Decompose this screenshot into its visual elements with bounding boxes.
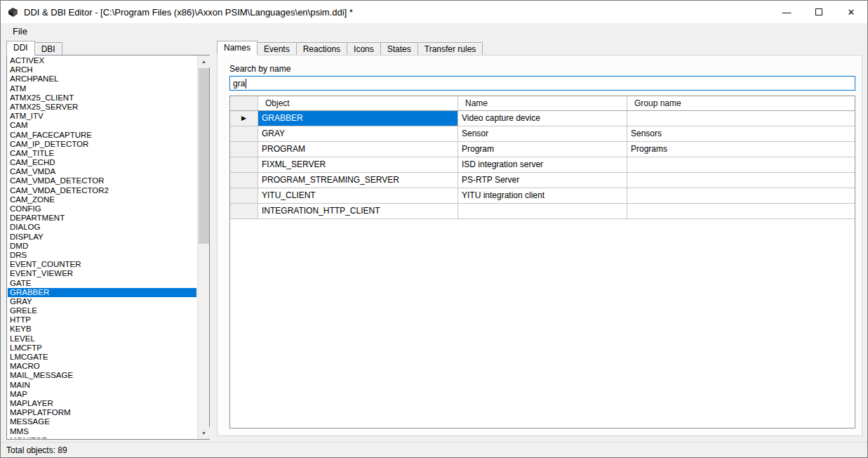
object-list-item[interactable]: CAM_IP_DETECTOR <box>8 140 196 149</box>
left-tabstrip: DDI DBI <box>6 41 62 55</box>
grid-cell-object[interactable]: FIXML_SERVER <box>258 157 458 173</box>
minimize-button[interactable]: — <box>770 1 803 23</box>
grid-cell-object[interactable]: PROGRAM <box>258 142 458 157</box>
scroll-down-button[interactable]: ▼ <box>198 427 210 439</box>
tab-events[interactable]: Events <box>257 42 297 55</box>
object-list-item[interactable]: GATE <box>8 279 196 288</box>
object-list-item[interactable]: ACTIVEX <box>8 56 196 65</box>
grid-header-group-name[interactable]: Group name <box>627 96 855 110</box>
object-list-item[interactable]: EVENT_COUNTER <box>8 260 196 269</box>
object-list-item[interactable]: DEPARTMENT <box>8 214 196 223</box>
grid-cell-name[interactable]: Program <box>458 142 627 157</box>
object-list-item[interactable]: EVENT_VIEWER <box>8 269 196 278</box>
grid-row: ▶GRABBERVideo capture device <box>230 111 855 126</box>
object-list-item[interactable]: MESSAGE <box>8 417 196 426</box>
object-list-item[interactable]: CAM <box>8 121 196 130</box>
tab-states[interactable]: States <box>380 42 418 55</box>
close-button[interactable]: ✕ <box>835 1 867 23</box>
object-list-item[interactable]: MAIL_MESSAGE <box>8 371 196 380</box>
object-list-item[interactable]: ATMX25_CLIENT <box>8 93 196 103</box>
tab-ddi[interactable]: DDI <box>6 41 35 55</box>
scroll-up-button[interactable]: ▲ <box>198 55 210 67</box>
row-selector-cell[interactable] <box>230 142 258 157</box>
grid-cell-group-name[interactable] <box>627 204 855 219</box>
object-list-item[interactable]: CAM_FACECAPTURE <box>8 131 196 140</box>
menu-file[interactable]: File <box>6 25 34 38</box>
main-area: DDI DBI ACTIVEXARCHARCHPANELATMATMX25_CL… <box>1 39 867 442</box>
object-list-item[interactable]: LMCFTP <box>8 344 196 353</box>
object-list-item[interactable]: MMS <box>8 427 196 436</box>
object-list-item[interactable]: DIALOG <box>8 223 196 232</box>
grid-cell-object[interactable]: GRAY <box>258 126 458 142</box>
object-list-item[interactable]: MAIN <box>8 381 196 390</box>
grid-cell-group-name[interactable] <box>627 111 855 126</box>
object-list-item[interactable]: CAM_TITLE <box>8 149 196 158</box>
object-list-item[interactable]: CAM_VMDA <box>8 167 196 176</box>
grid-cell-name[interactable]: Video capture device <box>458 111 627 126</box>
grid-cell-name[interactable]: PS-RTP Server <box>458 173 627 188</box>
grid-cell-object[interactable]: GRABBER <box>258 111 458 126</box>
grid-cell-name[interactable]: ISD integration server <box>458 157 627 173</box>
grid-cell-object[interactable]: PROGRAM_STREAMING_SERVER <box>258 173 458 188</box>
object-listbox: ACTIVEXARCHARCHPANELATMATMX25_CLIENTATMX… <box>6 55 210 440</box>
object-list-item[interactable]: CONFIG <box>8 204 196 214</box>
object-list-item[interactable]: CAM_VMDA_DETECTOR2 <box>8 186 196 195</box>
object-list-item[interactable]: MAPLAYER <box>8 399 196 408</box>
row-selector-cell[interactable] <box>230 204 258 219</box>
object-list-item[interactable]: MONITOR <box>8 436 196 438</box>
object-list-item[interactable]: ATM_ITV <box>8 112 196 121</box>
grid-cell-group-name[interactable]: Sensors <box>627 126 855 142</box>
object-list-item[interactable]: DMD <box>8 242 196 251</box>
object-list-item[interactable]: HTTP <box>8 315 196 325</box>
scrollbar-thumb[interactable] <box>199 68 209 244</box>
grid-cell-name[interactable]: Sensor <box>458 126 627 142</box>
object-list-item[interactable]: ARCHPANEL <box>8 74 196 84</box>
grid-cell-name[interactable]: YITU integration client <box>458 188 627 204</box>
row-selector-cell[interactable] <box>230 173 258 188</box>
grid-cell-object[interactable]: YITU_CLIENT <box>258 188 458 204</box>
object-list-item[interactable]: CAM_ECHD <box>8 158 196 167</box>
list-scrollbar[interactable]: ▲ ▼ <box>197 55 209 439</box>
grid-cell-object[interactable]: INTEGRATION_HTTP_CLIENT <box>258 204 458 219</box>
object-list-item[interactable]: LMCGATE <box>8 353 196 362</box>
object-list-item[interactable]: MACRO <box>8 362 196 371</box>
object-list-item[interactable]: ARCH <box>8 65 196 74</box>
grid-cell-name[interactable] <box>458 204 627 219</box>
object-list-item[interactable]: DRS <box>8 251 196 260</box>
grid-cell-group-name[interactable] <box>627 173 855 188</box>
row-selector-cell[interactable] <box>230 126 258 142</box>
object-list-item[interactable]: MAP <box>8 390 196 399</box>
object-list-item[interactable]: KEYB <box>8 325 196 334</box>
object-list-item[interactable]: GRABBER <box>8 288 196 297</box>
grid-rows: ▶GRABBERVideo capture deviceGRAYSensorSe… <box>230 111 855 219</box>
grid-cell-group-name[interactable] <box>627 157 855 173</box>
tab-transfer-rules[interactable]: Transfer rules <box>418 42 483 55</box>
object-list-item[interactable]: DISPLAY <box>8 233 196 242</box>
object-list-item[interactable]: GRELE <box>8 306 196 315</box>
right-tabstrip: Names Events Reactions Icons States Tran… <box>217 41 482 55</box>
tab-reactions[interactable]: Reactions <box>296 42 347 55</box>
object-list-item[interactable]: ATMX25_SERVER <box>8 103 196 112</box>
grid-header-name[interactable]: Name <box>458 96 627 110</box>
grid-header-object[interactable]: Object <box>258 96 458 110</box>
grid-cell-group-name[interactable] <box>627 188 855 204</box>
object-list-item[interactable]: ATM <box>8 84 196 93</box>
object-list-item[interactable]: CAM_ZONE <box>8 195 196 204</box>
tab-names[interactable]: Names <box>217 41 258 55</box>
grid-cell-group-name[interactable]: Programs <box>627 142 855 157</box>
object-list-item[interactable]: CAM_VMDA_DETECTOR <box>8 176 196 185</box>
maximize-button[interactable] <box>803 1 835 23</box>
current-row-arrow-icon: ▶ <box>241 111 246 126</box>
names-tab-page: Search by name gra Object Name Group nam… <box>217 55 862 436</box>
tab-icons[interactable]: Icons <box>347 42 381 55</box>
row-selector-cell[interactable]: ▶ <box>230 111 258 126</box>
object-list-item[interactable]: LEVEL <box>8 334 196 344</box>
maximize-icon <box>815 8 822 15</box>
search-input[interactable]: gra <box>229 76 855 91</box>
grid-row: FIXML_SERVERISD integration server <box>230 157 855 173</box>
tab-dbi[interactable]: DBI <box>34 42 62 55</box>
row-selector-cell[interactable] <box>230 157 258 173</box>
object-list-item[interactable]: MAPPLATFORM <box>8 408 196 417</box>
row-selector-cell[interactable] <box>230 188 258 204</box>
object-list-item[interactable]: GRAY <box>8 297 196 306</box>
